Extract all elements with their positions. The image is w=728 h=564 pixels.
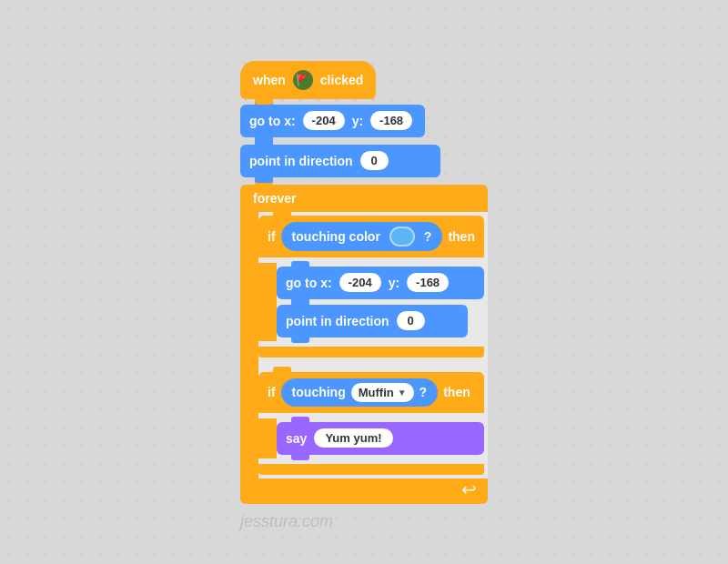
forever-body: if touching color ? then go t	[240, 212, 488, 478]
point-label-2: point in direction	[286, 314, 389, 328]
touching-label: touching	[292, 385, 346, 399]
if-label-1: if	[268, 229, 276, 244]
if-2-inner: say Yum yum!	[277, 418, 484, 458]
forever-left-arm	[240, 212, 258, 478]
point-direction-block-1: point in direction 0	[240, 145, 440, 177]
if-2-footer	[258, 464, 484, 475]
forever-label: forever	[253, 191, 296, 206]
question-mark-2: ?	[420, 385, 428, 399]
flag-icon: 🚩	[293, 70, 313, 90]
y-value-1[interactable]: -168	[370, 111, 412, 130]
scratch-blocks: when 🚩 clicked go to x: -204 y: -168 poi…	[240, 61, 488, 504]
direction-value-2[interactable]: 0	[397, 311, 425, 330]
y-label-2: y:	[389, 276, 399, 290]
touching-color-label: touching color	[292, 229, 380, 244]
if-1-footer	[258, 347, 484, 358]
forever-footer: ↩	[240, 478, 488, 504]
if-block-2-header: if touching Muffin ▼ ? then	[258, 372, 484, 413]
if-1-body: go to x: -204 y: -168 point in direction…	[258, 263, 484, 341]
sprite-dropdown[interactable]: Muffin ▼	[351, 383, 414, 402]
sprite-value: Muffin	[359, 386, 394, 399]
point-label-1: point in direction	[249, 154, 353, 168]
watermark: jesstura.com	[240, 512, 333, 531]
touching-color-condition: touching color ?	[281, 222, 443, 251]
if-1-inner: go to x: -204 y: -168 point in direction…	[277, 263, 484, 341]
if-2-body: say Yum yum!	[258, 418, 484, 458]
question-mark-1: ?	[424, 229, 432, 244]
if-1-left-arm	[258, 263, 277, 341]
if-label-2: if	[268, 385, 276, 399]
forever-header: forever	[240, 185, 488, 212]
x-value-1[interactable]: -204	[303, 111, 345, 130]
then-label-2: then	[443, 385, 470, 399]
say-block: say Yum yum!	[277, 422, 484, 455]
when-label: when	[253, 73, 286, 87]
then-label-1: then	[448, 229, 475, 244]
say-value[interactable]: Yum yum!	[314, 428, 392, 448]
go-to-block-1: go to x: -204 y: -168	[240, 105, 425, 137]
color-swatch[interactable]	[389, 227, 415, 247]
clicked-label: clicked	[320, 73, 363, 87]
go-to-block-2: go to x: -204 y: -168	[277, 267, 484, 299]
forever-inner: if touching color ? then go t	[258, 212, 488, 478]
if-block-1-header: if touching color ? then	[258, 216, 484, 257]
forever-block: forever if touching color ? then	[240, 185, 488, 504]
point-direction-block-2: point in direction 0	[277, 305, 468, 337]
spacer-1	[258, 363, 484, 367]
return-arrow-icon: ↩	[461, 478, 477, 500]
go-to-label-1: go to x:	[249, 114, 296, 128]
direction-value-1[interactable]: 0	[360, 151, 389, 170]
if-2-left-arm	[258, 418, 277, 458]
go-to-label-2: go to x:	[286, 276, 332, 290]
touching-muffin-condition: touching Muffin ▼ ?	[281, 378, 439, 407]
when-flag-clicked-block: when 🚩 clicked	[240, 61, 376, 99]
x-value-2[interactable]: -204	[339, 273, 381, 292]
y-value-2[interactable]: -168	[407, 273, 449, 292]
say-label: say	[286, 431, 307, 446]
dropdown-arrow-icon: ▼	[398, 388, 407, 398]
y-label-1: y:	[352, 114, 363, 128]
